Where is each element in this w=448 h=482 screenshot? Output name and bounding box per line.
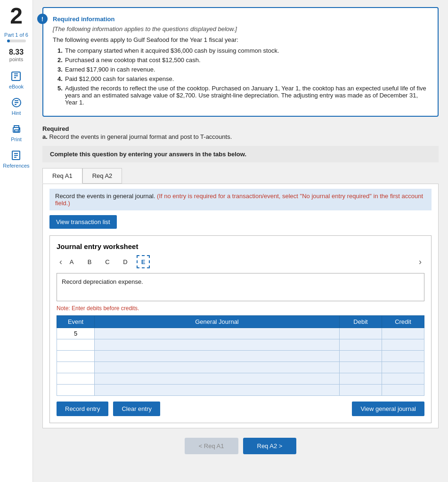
progress-fill — [7, 40, 10, 42]
debit-input-cell[interactable] — [340, 328, 382, 339]
debit-input-cell[interactable] — [340, 373, 382, 385]
points-label: points — [9, 56, 23, 62]
nav-letter-c[interactable]: C — [101, 255, 114, 268]
events-list: 1.The company started when it acquired $… — [53, 47, 428, 106]
list-item: 5.Adjusted the records to reflect the us… — [57, 85, 428, 106]
complete-banner: Complete this question by entering your … — [42, 146, 439, 162]
info-intro: The following events apply to Gulf Seafo… — [53, 36, 428, 43]
journal-input-cell[interactable] — [95, 362, 340, 373]
journal-worksheet: Journal entry worksheet ‹ A B C D E › Re… — [49, 235, 432, 423]
nav-row: ‹ A B C D E › — [57, 255, 424, 268]
event-cell — [57, 351, 95, 362]
debit-input-cell[interactable] — [340, 385, 382, 396]
print-icon — [10, 122, 23, 136]
nav-letter-d[interactable]: D — [119, 255, 132, 268]
debit-input-cell[interactable] — [340, 351, 382, 362]
table-row — [57, 339, 424, 351]
required-label-a: a. — [42, 133, 48, 140]
col-credit: Credit — [382, 316, 424, 328]
debit-input-cell[interactable] — [340, 339, 382, 351]
banner-text: Complete this question by entering your … — [50, 151, 246, 158]
points-value: 8.33 — [9, 48, 24, 56]
debit-input-cell[interactable] — [340, 362, 382, 373]
list-item: 3.Earned $17,900 in cash revenue. — [57, 66, 428, 73]
tab-req-a2[interactable]: Req A2 — [82, 168, 122, 184]
description-text: Record depreciation expense. — [62, 278, 143, 285]
tab-content: Record the events in general journal. (I… — [42, 184, 439, 428]
table-row — [57, 362, 424, 373]
hint-icon — [10, 96, 23, 109]
note-text: Note: Enter debits before credits. — [57, 305, 424, 312]
nav-letters: A B C D E — [65, 255, 416, 268]
sidebar-item-hint[interactable]: Hint — [10, 96, 23, 116]
list-item: 4.Paid $12,000 cash for salaries expense… — [57, 75, 428, 82]
progress-bar — [7, 40, 26, 42]
description-box: Record depreciation expense. — [57, 273, 424, 301]
journal-input-cell[interactable] — [95, 385, 340, 396]
svg-rect-9 — [15, 130, 18, 132]
nav-letter-e[interactable]: E — [137, 255, 150, 268]
bottom-nav: < Req A1 Req A2 > — [42, 438, 439, 454]
event-cell — [57, 373, 95, 385]
question-number: 2 — [10, 5, 23, 27]
nav-letter-b[interactable]: B — [83, 255, 96, 268]
credit-input-cell[interactable] — [382, 339, 424, 351]
table-row: 5 — [57, 328, 424, 339]
main-content: ! Required information [The following in… — [33, 0, 448, 482]
journal-input-cell[interactable] — [95, 328, 340, 339]
instructions-box: Record the events in general journal. (I… — [49, 189, 432, 210]
tab-req-a1[interactable]: Req A1 — [42, 168, 82, 184]
next-req-button[interactable]: Req A2 > — [243, 438, 297, 454]
clear-entry-button[interactable]: Clear entry — [113, 402, 160, 416]
tabs: Req A1 Req A2 — [42, 168, 439, 184]
bottom-buttons: Record entry Clear entry View general jo… — [57, 402, 424, 416]
event-cell — [57, 385, 95, 396]
table-row — [57, 373, 424, 385]
sidebar-item-references[interactable]: References — [3, 149, 29, 169]
required-text: Record the events in general journal for… — [49, 133, 232, 140]
part-info: Part 1 of 6 — [4, 32, 28, 38]
prev-req-button[interactable]: < Req A1 — [185, 438, 238, 454]
hint-label: Hint — [12, 110, 21, 116]
worksheet-title: Journal entry worksheet — [57, 242, 424, 250]
journal-input-cell[interactable] — [95, 339, 340, 351]
list-item: 1.The company started when it acquired $… — [57, 47, 428, 54]
event-cell — [57, 362, 95, 373]
credit-input-cell[interactable] — [382, 362, 424, 373]
required-sub: a. Record the events in general journal … — [42, 133, 439, 140]
ebook-label: eBook — [9, 84, 24, 89]
credit-input-cell[interactable] — [382, 328, 424, 339]
sidebar-item-ebook[interactable]: eBook — [9, 70, 24, 89]
references-label: References — [3, 163, 29, 169]
credit-input-cell[interactable] — [382, 373, 424, 385]
nav-next-arrow[interactable]: › — [416, 257, 424, 267]
col-event: Event — [57, 316, 95, 328]
info-title: Required information — [53, 16, 428, 23]
nav-prev-arrow[interactable]: ‹ — [57, 257, 65, 267]
view-transaction-button[interactable]: View transaction list — [49, 215, 117, 229]
info-icon: ! — [37, 14, 48, 24]
col-debit: Debit — [340, 316, 382, 328]
view-general-journal-button[interactable]: View general journal — [352, 402, 424, 416]
sidebar: 2 Part 1 of 6 8.33 points eBook Hint — [0, 0, 33, 482]
list-item: 2.Purchased a new cooktop that cost $12,… — [57, 56, 428, 64]
journal-input-cell[interactable] — [95, 373, 340, 385]
sidebar-item-print[interactable]: Print — [10, 122, 23, 142]
info-box: ! Required information [The following in… — [42, 7, 439, 117]
table-row — [57, 351, 424, 362]
references-icon — [9, 149, 23, 162]
event-cell: 5 — [57, 328, 95, 339]
journal-table: Event General Journal Debit Credit 5 — [57, 315, 424, 396]
journal-input-cell[interactable] — [95, 351, 340, 362]
credit-input-cell[interactable] — [382, 385, 424, 396]
required-section: Required a. Record the events in general… — [42, 125, 439, 140]
table-row — [57, 385, 424, 396]
nav-letter-a[interactable]: A — [65, 255, 78, 268]
ebook-icon — [9, 70, 23, 83]
credit-input-cell[interactable] — [382, 351, 424, 362]
record-entry-button[interactable]: Record entry — [57, 402, 108, 416]
svg-point-10 — [19, 129, 20, 129]
print-label: Print — [11, 137, 22, 142]
col-general-journal: General Journal — [95, 316, 340, 328]
info-italic: [The following information applies to th… — [53, 25, 428, 32]
